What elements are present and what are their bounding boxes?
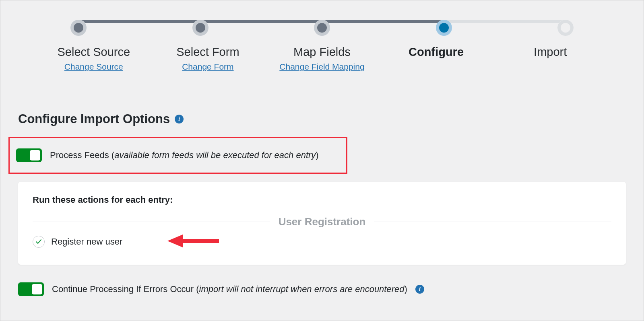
step-title: Map Fields (265, 45, 379, 59)
toggle-knob (32, 284, 42, 294)
step-5: Import (493, 45, 607, 72)
step-title: Import (493, 45, 607, 59)
feed-item-checkbox[interactable] (33, 236, 45, 248)
page-frame: Select Source Change Source Select Form … (0, 0, 644, 321)
heading-text: Configure Import Options (18, 112, 170, 126)
annotation-arrow-icon (167, 233, 219, 251)
step-link-change-form[interactable]: Change Form (182, 62, 233, 72)
step-4: Configure (379, 45, 493, 72)
step-3: Map Fields Change Field Mapping (265, 45, 379, 72)
process-feeds-label: Process Feeds (available form feeds will… (50, 150, 319, 160)
check-icon (35, 239, 42, 245)
step-2: Select Form Change Form (151, 45, 265, 72)
hint-close: ) (405, 284, 407, 294)
step-node-5 (557, 20, 574, 36)
step-1: Select Source Change Source (37, 45, 151, 72)
feed-group-name: User Registration (273, 216, 372, 228)
step-title: Select Form (151, 45, 265, 59)
process-feeds-row: Process Feeds (available form feeds will… (8, 137, 347, 174)
info-icon[interactable]: i (175, 115, 184, 123)
configure-section: Configure Import Options i Process Feeds… (0, 112, 644, 296)
section-heading: Configure Import Options i (18, 112, 626, 126)
step-node-2[interactable] (192, 20, 208, 36)
continue-on-error-row: Continue Processing If Errors Occur (imp… (18, 282, 626, 296)
toggle-continue-on-error[interactable] (18, 282, 44, 296)
feeds-card: Run these actions for each entry: User R… (18, 182, 626, 265)
stepper: Select Source Change Source Select Form … (0, 0, 644, 88)
svg-marker-1 (167, 235, 183, 247)
step-link-change-mapping[interactable]: Change Field Mapping (279, 62, 364, 72)
hint-open: ( (196, 284, 199, 294)
label-text: Process Feeds (50, 150, 109, 160)
toggle-process-feeds[interactable] (16, 148, 42, 162)
hint-text: available form feeds will be executed fo… (114, 150, 316, 160)
hint-close: ) (316, 150, 318, 160)
info-icon[interactable]: i (415, 285, 424, 294)
label-text: Continue Processing If Errors Occur (52, 284, 194, 294)
stepper-line (78, 20, 566, 36)
step-title: Select Source (37, 45, 151, 59)
card-title: Run these actions for each entry: (33, 195, 611, 205)
feed-item-row: Register new user (33, 236, 611, 248)
hint-text: import will not interrupt when errors ar… (199, 284, 405, 294)
feed-item-label: Register new user (51, 237, 122, 247)
step-title: Configure (379, 45, 493, 59)
step-node-4[interactable] (436, 20, 452, 36)
step-node-1[interactable] (70, 20, 87, 36)
continue-label: Continue Processing If Errors Occur (imp… (52, 284, 407, 294)
step-node-3[interactable] (314, 20, 330, 36)
stepper-labels: Select Source Change Source Select Form … (37, 45, 607, 72)
toggle-knob (30, 150, 40, 160)
feed-group-divider: User Registration (33, 216, 611, 228)
step-link-change-source[interactable]: Change Source (64, 62, 123, 72)
